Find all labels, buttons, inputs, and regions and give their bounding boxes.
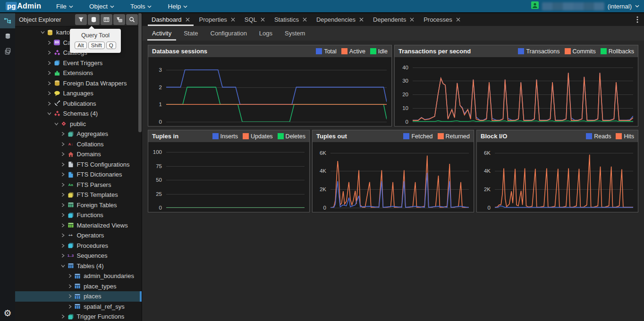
tree-item-spatial-ref-sys[interactable]: spatial_ref_sys [15, 302, 142, 312]
tree-item-places[interactable]: places [15, 291, 142, 302]
tree-item-fts-configurations[interactable]: FTS Configurations [15, 160, 142, 170]
menu-object[interactable]: Object [86, 3, 117, 10]
tree-item-schemas-4[interactable]: Schemas (4) [15, 109, 142, 119]
chevron-right-icon[interactable] [46, 101, 53, 106]
legend-swatch-updates [243, 133, 249, 139]
pgadmin-window: pgAdmin FileObjectToolsHelp (internal) ⚙… [0, 0, 644, 321]
tree-item-label: Procedures [77, 242, 108, 249]
tree-item-fts-templates[interactable]: FTS Templates [15, 190, 142, 200]
rail-object-explorer-button[interactable] [0, 13, 15, 28]
chevron-right-icon[interactable] [66, 274, 74, 278]
filtered-rows-button[interactable] [113, 14, 125, 25]
tab-properties[interactable]: Properties [195, 13, 240, 26]
close-icon[interactable] [359, 17, 364, 22]
chevron-right-icon[interactable] [46, 61, 53, 65]
tree-item-sequences[interactable]: 1..3Sequences [15, 251, 142, 261]
y-axis-labels: 010203040 [395, 63, 410, 122]
chevron-right-icon[interactable] [66, 304, 74, 309]
subtab-activity[interactable]: Activity [146, 26, 178, 41]
legend-label: Deletes [286, 133, 305, 140]
tree-item-aggregates[interactable]: Aggregates [15, 129, 142, 139]
tree-item-public[interactable]: public [15, 119, 142, 129]
tree-item-fts-dictionaries[interactable]: FTS Dictionaries [15, 169, 142, 180]
chevron-right-icon[interactable] [59, 203, 67, 207]
chevron-right-icon[interactable] [59, 314, 67, 319]
chevron-right-icon[interactable] [59, 193, 67, 197]
view-data-button[interactable] [101, 14, 112, 25]
chevron-right-icon[interactable] [59, 183, 67, 187]
tree-item-foreign-tables[interactable]: Foreign Tables [15, 200, 142, 211]
tab-dependencies[interactable]: Dependencies [312, 13, 368, 26]
chevron-right-icon[interactable] [46, 81, 53, 85]
rail-query-tool-button[interactable] [0, 28, 15, 43]
tree-item-languages[interactable]: Languages [15, 88, 142, 99]
tree-item-place-types[interactable]: place_types [15, 281, 142, 292]
tab-processes[interactable]: Processes [419, 13, 465, 26]
y-tick-label: 6K [320, 150, 326, 156]
tree-item-foreign-data-wrappers[interactable]: Foreign Data Wrappers [15, 78, 142, 89]
close-icon[interactable] [261, 17, 265, 22]
chevron-down-icon[interactable] [59, 264, 67, 268]
chevron-right-icon[interactable] [46, 91, 53, 95]
tab-dashboard[interactable]: Dashboard [147, 13, 195, 26]
tree-item-fts-parsers[interactable]: AaFTS Parsers [15, 180, 142, 190]
chevron-down-icon[interactable] [52, 122, 60, 126]
tree-item-collations[interactable]: A↓Collations [15, 139, 142, 150]
query-tool-button[interactable] [88, 14, 100, 25]
menu-file[interactable]: File [53, 3, 76, 10]
close-icon[interactable] [456, 17, 460, 22]
chevron-right-icon[interactable] [59, 213, 67, 217]
tree-item-label: admin_boundaries [84, 272, 134, 279]
filter-button[interactable] [75, 14, 87, 25]
tab-overflow-menu-icon[interactable] [631, 13, 644, 26]
tree-scrollbar-thumb[interactable] [138, 13, 142, 132]
tree-item-admin-boundaries[interactable]: admin_boundaries [15, 271, 142, 281]
chevron-right-icon[interactable] [59, 244, 67, 248]
chevron-right-icon[interactable] [59, 142, 67, 146]
close-icon[interactable] [231, 17, 235, 22]
chevron-right-icon[interactable] [66, 294, 74, 298]
tree-item-operators[interactable]: ÷+Operators [15, 230, 142, 241]
chevron-down-icon[interactable] [46, 112, 53, 115]
tree-item-trigger-functions[interactable]: Trigger Functions [15, 312, 142, 321]
subtab-logs[interactable]: Logs [253, 26, 279, 41]
tree-item-event-triggers[interactable]: Event Triggers [15, 58, 142, 68]
chevron-right-icon[interactable] [59, 223, 67, 228]
chart-area: 0123 [148, 57, 391, 126]
tree-item-tables-4[interactable]: Tables (4) [15, 261, 142, 271]
menu-tools[interactable]: Tools [127, 3, 155, 10]
close-icon[interactable] [186, 17, 190, 22]
settings-gear-icon[interactable]: ⚙ [3, 308, 11, 318]
search-button[interactable] [126, 14, 138, 25]
chevron-right-icon[interactable] [46, 71, 53, 75]
tree-item-extensions[interactable]: Extensions [15, 68, 142, 78]
chevron-right-icon[interactable] [59, 152, 67, 156]
chevron-right-icon[interactable] [59, 253, 67, 258]
menu-help[interactable]: Help [165, 3, 190, 10]
rail-psql-tool-button[interactable] [0, 43, 15, 59]
user-menu[interactable]: (internal) [531, 1, 639, 11]
close-icon[interactable] [303, 17, 307, 22]
tree-item-publications[interactable]: Publications [15, 99, 142, 109]
subtab-configuration[interactable]: Configuration [204, 26, 253, 41]
chevron-right-icon[interactable] [46, 41, 53, 45]
chevron-right-icon[interactable] [59, 172, 67, 177]
close-icon[interactable] [410, 17, 414, 22]
tree-item-procedures[interactable]: Procedures [15, 241, 142, 251]
chevron-right-icon[interactable] [59, 233, 67, 237]
chevron-right-icon[interactable] [66, 284, 74, 288]
tab-dependents[interactable]: Dependents [368, 13, 419, 26]
subtab-system[interactable]: System [279, 26, 311, 41]
chevron-right-icon[interactable] [46, 51, 53, 55]
tab-statistics[interactable]: Statistics [270, 13, 312, 26]
chevron-down-icon[interactable] [39, 31, 46, 34]
tooltip-shortcut-keys: AltShiftQ [73, 42, 118, 49]
tree-item-domains[interactable]: Domains [15, 149, 142, 160]
tab-sql[interactable]: SQL [240, 13, 270, 26]
tree-scrollbar[interactable] [138, 13, 142, 321]
tree-item-functions[interactable]: Functions [15, 210, 142, 220]
tree-item-materialized-views[interactable]: Materialized Views [15, 220, 142, 231]
chevron-right-icon[interactable] [59, 132, 67, 136]
chevron-right-icon[interactable] [59, 162, 67, 167]
subtab-state[interactable]: State [178, 26, 204, 41]
